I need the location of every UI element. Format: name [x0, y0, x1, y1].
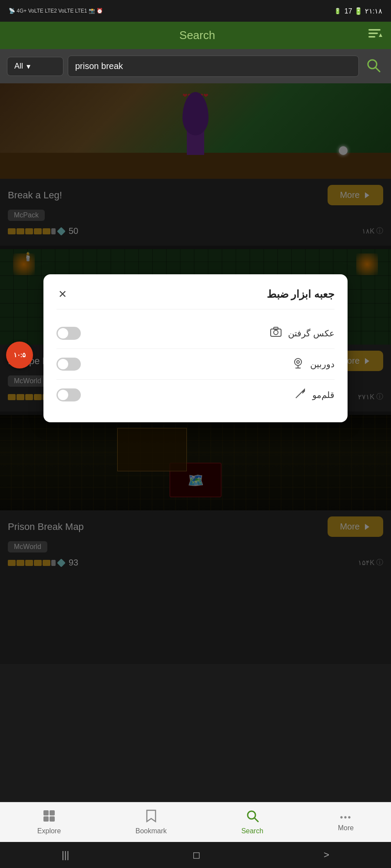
- svg-line-16: [297, 391, 303, 397]
- card-tags: McPack: [8, 210, 383, 221]
- list-item: ❤❤❤❤❤ Break a Leg! More McPack: [0, 83, 391, 244]
- chevron-down-icon: ▾: [27, 62, 30, 71]
- status-right-icons: 🔋 17 🔋 ۲۱:۱۸: [334, 7, 382, 15]
- nav-label-bookmark: Bookmark: [136, 827, 167, 835]
- status-left-icons: 📡 4G+ VoLTE LTE2 VoLTE LTE1 📸 ⏰: [9, 8, 103, 14]
- svg-rect-22: [50, 816, 55, 822]
- gold-count: 93: [69, 558, 78, 568]
- search-icon: [246, 809, 259, 825]
- pen-label: قلم‌مو: [312, 390, 335, 400]
- fab-timer[interactable]: ۱۰:۵: [6, 342, 33, 368]
- gold-stat: 93: [8, 558, 78, 568]
- search-input[interactable]: [68, 56, 358, 76]
- card-stats: 93 ۱۵۴K ⓘ: [8, 558, 383, 568]
- search-bar: All ▾: [0, 49, 391, 83]
- filter-dropdown[interactable]: All ▾: [7, 57, 63, 76]
- svg-rect-11: [274, 327, 278, 329]
- info-icon: ⓘ: [376, 392, 383, 401]
- status-bar: 📡 4G+ VoLTE LTE2 VoLTE LTE1 📸 ⏰ 🔋 17 🔋 ۲…: [0, 0, 391, 22]
- sort-button[interactable]: [368, 29, 382, 42]
- modal-close-button[interactable]: ✕: [56, 286, 69, 302]
- card-title: Break a Leg!: [8, 190, 62, 201]
- gold-stat: 50: [8, 226, 78, 236]
- modal-row-screenshot: عکس گرفتن: [56, 318, 335, 349]
- svg-marker-6: [365, 192, 369, 198]
- modal-row-camera: دوربین: [56, 349, 335, 380]
- app-header: Search: [0, 22, 391, 49]
- nav-label-search: Search: [241, 827, 263, 835]
- tag-mcpack: McPack: [8, 210, 45, 221]
- more-dots-icon: •••: [340, 812, 351, 822]
- nav-item-bookmark[interactable]: Bookmark: [127, 808, 176, 837]
- more-button[interactable]: More: [328, 185, 383, 205]
- card-info: Prison Break Map More McWorld: [0, 510, 391, 575]
- camera-toggle[interactable]: [56, 358, 81, 371]
- svg-point-13: [297, 361, 299, 363]
- card-image: 🗺️: [0, 415, 391, 510]
- settings-modal: ✕ جعبه ابزار ضبط عکس گرفتن: [43, 274, 348, 422]
- nav-item-more[interactable]: ••• More: [329, 811, 362, 834]
- svg-line-18: [296, 397, 297, 398]
- pen-icon: [294, 388, 306, 402]
- home-button[interactable]: ◻: [179, 846, 213, 864]
- svg-marker-3: [379, 33, 382, 37]
- time-display: 17 🔋 ۲۱:۱۸: [345, 7, 382, 15]
- svg-rect-1: [368, 33, 378, 34]
- info-icon: ⓘ: [376, 558, 383, 567]
- file-size: ۱۸K ⓘ: [362, 227, 383, 236]
- android-navigation: ||| ◻ >: [0, 842, 391, 868]
- search-input-wrap: [68, 56, 359, 77]
- battery-icon: 🔋: [334, 8, 341, 14]
- filter-label: All: [14, 62, 23, 71]
- more-button[interactable]: More: [328, 516, 383, 537]
- card-tags: McWorld: [8, 541, 383, 552]
- gold-bars: [8, 228, 64, 234]
- list-item: 🗺️ Prison Break Map More McWorld: [0, 415, 391, 575]
- file-size: ۲۷۱K ⓘ: [358, 392, 383, 401]
- card-stats: 50 ۱۸K ⓘ: [8, 226, 383, 236]
- explore-icon: [43, 809, 56, 825]
- gold-bars: [8, 560, 64, 566]
- svg-rect-20: [50, 810, 55, 815]
- nav-item-explore[interactable]: Explore: [29, 808, 70, 837]
- svg-marker-8: [365, 524, 369, 530]
- screenshot-label: عکس گرفتن: [288, 328, 335, 339]
- gold-count: 50: [69, 226, 78, 236]
- info-icon: ⓘ: [376, 227, 383, 236]
- nav-item-search[interactable]: Search: [232, 808, 272, 837]
- nav-label-explore: Explore: [37, 827, 61, 835]
- recents-button[interactable]: >: [311, 846, 342, 864]
- bookmark-icon: [146, 809, 157, 825]
- search-button[interactable]: [363, 55, 384, 77]
- screenshot-toggle[interactable]: [56, 327, 81, 340]
- tag-mcworld: McWorld: [8, 541, 47, 552]
- svg-point-10: [274, 330, 278, 335]
- content-area: ❤❤❤❤❤ Break a Leg! More McPack: [0, 83, 391, 664]
- nav-label-more: More: [338, 824, 354, 832]
- svg-marker-7: [365, 358, 369, 364]
- page-title: Search: [26, 29, 368, 42]
- modal-row-pen: قلم‌مو: [56, 380, 335, 410]
- card-title: Prison Break Map: [8, 521, 84, 533]
- network-icons: 📡 4G+ VoLTE LTE2 VoLTE LTE1 📸 ⏰: [9, 8, 103, 14]
- svg-point-12: [295, 358, 302, 365]
- modal-title: جعبه ابزار ضبط: [267, 288, 335, 300]
- card-image: ❤❤❤❤❤: [0, 83, 391, 179]
- modal-header: ✕ جعبه ابزار ضبط: [56, 286, 335, 309]
- file-size: ۱۵۴K ⓘ: [358, 558, 383, 567]
- tag-mcworld: McWorld: [8, 375, 47, 387]
- card-info: Break a Leg! More McPack: [0, 179, 391, 244]
- pen-toggle[interactable]: [56, 388, 81, 401]
- svg-rect-21: [43, 816, 49, 822]
- svg-rect-2: [368, 36, 375, 38]
- svg-rect-19: [43, 810, 49, 815]
- camera-icon: [270, 326, 282, 341]
- svg-rect-0: [368, 29, 381, 31]
- webcam-icon: [292, 357, 304, 372]
- svg-line-5: [375, 67, 380, 72]
- bottom-navigation: Explore Bookmark Search ••• More: [0, 802, 391, 842]
- back-button[interactable]: |||: [49, 846, 82, 864]
- camera-label: دوربین: [310, 359, 335, 369]
- svg-line-24: [255, 818, 258, 822]
- svg-marker-17: [303, 389, 305, 393]
